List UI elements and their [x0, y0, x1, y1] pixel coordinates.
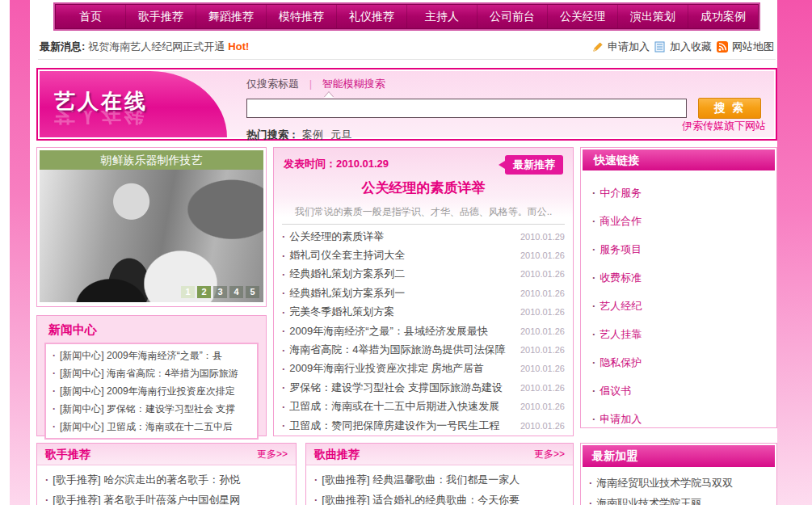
active-tab-pointer: [324, 92, 334, 98]
quick-link-business-coop[interactable]: 商业合作: [600, 215, 642, 227]
news-center-item: [新闻中心] 罗保铭：建设学习型社会 支撑: [53, 400, 250, 418]
slide-photo[interactable]: 1 2 3 4 5: [40, 170, 263, 302]
slider-page-4[interactable]: 4: [229, 286, 243, 298]
search-input[interactable]: [246, 99, 687, 118]
song-link[interactable]: [歌曲推荐] 经典温馨歌曲：我们都是一家人: [322, 473, 520, 486]
quick-link-item: 倡议书: [592, 377, 776, 405]
latest-news: 最新消息: 祝贺海南艺人经纪网正式开通 Hot!: [40, 40, 249, 54]
article-date: 2010.01.26: [520, 307, 565, 317]
apply-join-link[interactable]: 申请加入: [608, 40, 650, 54]
article-link[interactable]: 2009年海南经济“之最”：县域经济发展最快: [289, 324, 514, 339]
article-row: 2009年海南行业投资座次排定 房地产居首2010.01.26: [274, 360, 573, 378]
singer-box: 歌手推荐 更多>> [歌手推荐] 哈尔滨走出的著名歌手：孙悦 [歌手推荐] 著名…: [36, 443, 297, 505]
news-center-link[interactable]: [新闻中心] 卫留成：海南或在十二五中后: [60, 421, 233, 432]
bottom-row: 歌手推荐 更多>> [歌手推荐] 哈尔滨走出的著名歌手：孙悦 [歌手推荐] 著名…: [36, 443, 777, 505]
article-row: 2009年海南经济“之最”：县域经济发展最快2010.01.26: [274, 322, 573, 340]
article-link[interactable]: 经典婚礼策划方案系列一: [289, 286, 514, 301]
hot-flag: Hot!: [228, 40, 249, 53]
news-bar-links: 申请加入 加入收藏 网站地图: [591, 40, 774, 54]
quick-link-privacy[interactable]: 隐私保护: [600, 356, 642, 368]
news-center-link[interactable]: [新闻中心] 海南省高院：4举措为国际旅游: [60, 368, 238, 379]
hot-keyword-newyear[interactable]: 元旦: [330, 128, 351, 141]
singer-link[interactable]: [歌手推荐] 哈尔滨走出的著名歌手：孙悦: [53, 473, 240, 486]
song-box-title: 歌曲推荐: [314, 444, 360, 465]
news-center-link[interactable]: [新闻中心] 2009年海南经济“之最”：县: [60, 350, 222, 361]
singer-link[interactable]: [歌手推荐] 著名歌手叶蓓落户中国创星网: [53, 494, 240, 505]
site-logo[interactable]: 艺人在线 艺人在线: [40, 71, 227, 137]
singer-more-link[interactable]: 更多>>: [257, 444, 288, 465]
article-link[interactable]: 经典婚礼策划方案系列二: [289, 267, 514, 281]
quick-links-list: 中介服务 商业合作 服务项目 收费标准 艺人经纪 艺人挂靠 隐私保护 倡议书 申…: [581, 172, 776, 433]
slider-page-5[interactable]: 5: [246, 286, 259, 298]
image-slider: 朝鲜族乐器制作技艺 1 2 3 4 5: [36, 147, 267, 307]
join-link[interactable]: 海南经贸职业技术学院马双双: [596, 477, 733, 489]
article-link[interactable]: 2009年海南行业投资座次排定 房地产居首: [289, 361, 514, 376]
quick-link-apply-join[interactable]: 申请加入: [600, 413, 642, 425]
search-button[interactable]: 搜 索: [698, 98, 761, 119]
main-content: 朝鲜族乐器制作技艺 1 2 3 4 5 新闻中心 [新闻中心] 2009年海南经…: [36, 147, 777, 436]
article-link[interactable]: 罗保铭：建设学习型社会 支撑国际旅游岛建设: [289, 381, 514, 395]
song-item: [歌曲推荐] 适合婚礼的经典歌曲：今天你要: [314, 490, 565, 505]
tab-separator: |: [309, 78, 312, 90]
news-center-link[interactable]: [新闻中心] 2009年海南行业投资座次排定: [60, 385, 235, 397]
search-area: 仅搜索标题 | 智能模糊搜索 搜 索 热门搜索： 案例 元旦 伊索传媒旗下网站: [246, 77, 769, 134]
article-link[interactable]: 海南省高院：4举措为国际旅游岛提供司法保障: [289, 343, 514, 357]
quick-link-proposal[interactable]: 倡议书: [600, 385, 631, 397]
hot-keyword-case[interactable]: 案例: [302, 128, 323, 141]
song-box: 歌曲推荐 更多>> [歌曲推荐] 经典温馨歌曲：我们都是一家人 [歌曲推荐] 适…: [305, 443, 574, 505]
quick-link-fee-standard[interactable]: 收费标准: [600, 271, 642, 284]
nav-item-model-rec[interactable]: 模特推荐: [267, 5, 337, 28]
article-date: 2010.01.26: [520, 326, 565, 336]
article-row: 经典婚礼策划方案系列二2010.01.26: [274, 265, 573, 284]
article-row: 卫留成：海南或在十二五中后期进入快速发展2010.01.26: [274, 398, 573, 416]
article-link[interactable]: 卫留成：海南或在十二五中后期进入快速发展: [289, 399, 514, 414]
nav-item-show-planning[interactable]: 演出策划: [618, 5, 688, 28]
nav-item-dance-rec[interactable]: 舞蹈推荐: [196, 5, 267, 28]
featured-header: 发表时间：2010.01.29 最新推荐 公关经理的素质详举 我们常说的素质一般…: [274, 148, 573, 217]
sitemap-link[interactable]: 网站地图: [732, 40, 774, 54]
nav-item-singer-rec[interactable]: 歌手推荐: [126, 5, 196, 28]
featured-box: 发表时间：2010.01.29 最新推荐 公关经理的素质详举 我们常说的素质一般…: [273, 147, 574, 436]
article-link[interactable]: 婚礼司仪全套主持词大全: [289, 248, 514, 263]
publish-date-label: 发表时间：: [284, 158, 336, 170]
featured-article-title[interactable]: 公关经理的素质详举: [284, 179, 563, 197]
quick-link-item: 隐私保护: [592, 348, 776, 377]
article-date: 2010.01.26: [520, 402, 565, 411]
left-decor-strip: [10, 0, 30, 505]
nav-item-etiquette-rec[interactable]: 礼仪推荐: [337, 5, 407, 28]
article-link[interactable]: 公关经理的素质详举: [289, 229, 514, 244]
song-link[interactable]: [歌曲推荐] 适合婚礼的经典歌曲：今天你要: [322, 494, 520, 505]
quick-link-artist-agency[interactable]: 艺人经纪: [600, 300, 642, 312]
article-list: 公关经理的素质详举2010.01.29 婚礼司仪全套主持词大全2010.01.2…: [274, 227, 573, 435]
quick-link-artist-affiliate[interactable]: 艺人挂靠: [600, 328, 642, 340]
quick-link-agency-service[interactable]: 中介服务: [600, 187, 642, 199]
article-row: 完美冬季婚礼策划方案2010.01.26: [274, 303, 573, 322]
article-link[interactable]: 卫留成：赞同把保障房建设作为一号民生工程: [289, 419, 514, 433]
song-more-link[interactable]: 更多>>: [534, 444, 565, 465]
nav-item-company-front[interactable]: 公司前台: [478, 5, 548, 28]
latest-recommend-badge: 最新推荐: [505, 155, 563, 175]
slider-page-3[interactable]: 3: [213, 286, 227, 298]
article-link[interactable]: 完美冬季婚礼策划方案: [289, 305, 514, 319]
latest-news-message[interactable]: 祝贺海南艺人经纪网正式开通: [88, 40, 225, 54]
tab-fuzzy-search[interactable]: 智能模糊搜索: [322, 78, 385, 90]
news-center-title: 新闻中心: [37, 316, 266, 343]
nav-item-home[interactable]: 首页: [56, 5, 126, 28]
slide-caption[interactable]: 朝鲜族乐器制作技艺: [40, 150, 263, 170]
quick-link-item: 艺人挂靠: [592, 320, 776, 348]
news-center-link[interactable]: [新闻中心] 罗保铭：建设学习型社会 支撑: [60, 403, 235, 415]
song-box-header: 歌曲推荐 更多>>: [306, 444, 573, 465]
slider-page-1[interactable]: 1: [181, 286, 195, 298]
add-favorite-link[interactable]: 加入收藏: [670, 40, 712, 54]
tab-search-title-only[interactable]: 仅搜索标题: [246, 78, 299, 90]
nav-item-success-cases[interactable]: 成功案例: [688, 5, 758, 28]
latest-join-box: 最新加盟 海南经贸职业技术学院马双双 海南职业技术学院王丽: [580, 443, 777, 505]
quick-link-service-items[interactable]: 服务项目: [600, 243, 642, 255]
slider-page-2[interactable]: 2: [197, 286, 211, 298]
join-link[interactable]: 海南职业技术学院王丽: [596, 497, 701, 505]
nav-item-pr-manager[interactable]: 公关经理: [548, 5, 618, 28]
nav-item-host[interactable]: 主持人: [407, 5, 478, 28]
news-center-list: [新闻中心] 2009年海南经济“之最”：县 [新闻中心] 海南省高院：4举措为…: [44, 343, 259, 440]
article-date: 2010.01.26: [520, 345, 565, 355]
search-tabs: 仅搜索标题 | 智能模糊搜索: [246, 77, 769, 91]
